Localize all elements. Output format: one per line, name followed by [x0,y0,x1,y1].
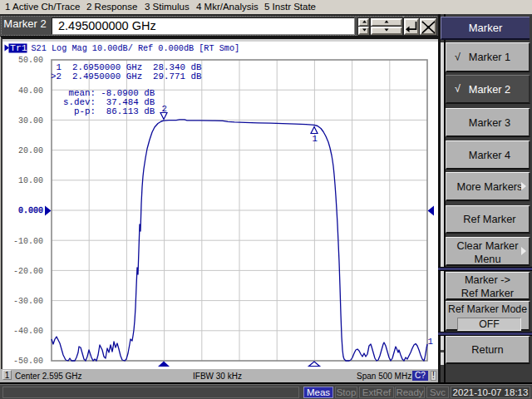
svg-text:1: 1 [428,337,433,347]
svg-text:10.00: 10.00 [18,176,43,185]
svg-text:S21 Log Mag 10.00dB/ Ref 0.000: S21 Log Mag 10.00dB/ Ref 0.000dB [RT Smo… [32,44,240,53]
svg-text:40.00: 40.00 [18,86,43,96]
svg-text:Tr1: Tr1 [10,42,27,53]
svg-text:-10.00: -10.00 [13,237,43,246]
svg-text:-20.00: -20.00 [13,267,43,276]
svg-text:20.00: 20.00 [18,146,43,155]
svg-text:>2 2.4950000 GHz 29.771 dB: >2 2.4950000 GHz 29.771 dB [51,71,202,81]
svg-text:p-p: 86.113 dB: p-p: 86.113 dB [63,106,155,116]
svg-text:1: 1 [313,134,318,144]
svg-text:-40.00: -40.00 [13,327,43,336]
svg-text:0.000: 0.000 [18,206,43,215]
svg-text:30.00: 30.00 [18,116,43,126]
svg-text:-30.00: -30.00 [13,297,43,306]
svg-text:50.00: 50.00 [18,56,43,65]
svg-text:-50.00: -50.00 [13,357,43,366]
